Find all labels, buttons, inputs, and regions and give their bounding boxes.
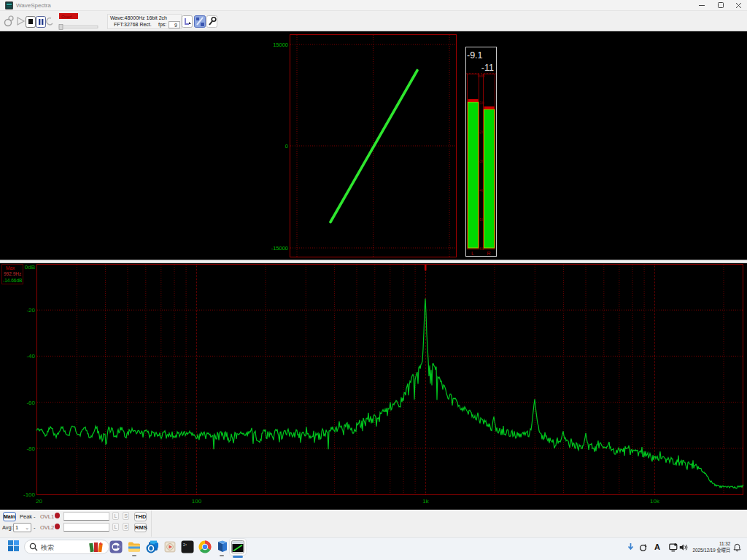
svg-text:10k: 10k	[650, 498, 660, 505]
svg-text:Over!: Over!	[61, 15, 72, 19]
svg-text:-100: -100	[23, 491, 36, 498]
svg-text:9: 9	[174, 23, 177, 28]
svg-text:1k: 1k	[422, 498, 429, 505]
svg-text:FFT:32768 Rect.: FFT:32768 Rect.	[114, 22, 152, 27]
svg-text:L: L	[471, 251, 474, 256]
svg-text:20: 20	[36, 498, 42, 505]
svg-text:-60: -60	[479, 246, 484, 251]
svg-text:0dB: 0dB	[25, 264, 35, 271]
svg-text:0: 0	[285, 143, 288, 149]
svg-text:-10: -10	[479, 101, 484, 105]
svg-text:-40: -40	[26, 353, 35, 359]
svg-text:-50: -50	[479, 217, 484, 222]
svg-text:-14.66dB: -14.66dB	[3, 278, 22, 283]
svg-text:2↑: 2↑	[183, 542, 187, 547]
svg-text:100: 100	[192, 498, 202, 505]
svg-text:Wave:48000Hz 16bit 2ch: Wave:48000Hz 16bit 2ch	[110, 15, 167, 20]
svg-text:Max: Max	[6, 265, 15, 271]
svg-text:R: R	[487, 251, 490, 256]
svg-text:-15000: -15000	[271, 245, 288, 252]
svg-text:15000: 15000	[273, 42, 288, 48]
svg-text:-20: -20	[479, 130, 484, 134]
svg-text:-60: -60	[26, 400, 35, 406]
svg-text:-80: -80	[26, 446, 35, 452]
svg-text:-11: -11	[481, 63, 494, 73]
svg-text:-30: -30	[479, 159, 484, 163]
svg-text:992.9Hz: 992.9Hz	[4, 271, 21, 276]
svg-text:fps:: fps:	[158, 22, 166, 28]
svg-text:-20: -20	[26, 307, 35, 314]
svg-text:-9.1: -9.1	[467, 50, 483, 61]
svg-text:-40: -40	[479, 188, 484, 192]
